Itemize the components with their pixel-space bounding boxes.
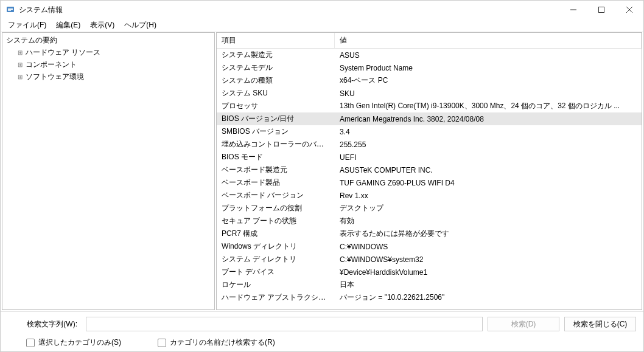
list-row[interactable]: Windows ディレクトリC:¥WINDOWS	[217, 240, 642, 253]
tree-item-components[interactable]: ⊞ コンポーネント	[16, 58, 212, 71]
list-row[interactable]: システムの種類x64-ベース PC	[217, 74, 642, 87]
maximize-button[interactable]	[587, 1, 615, 19]
app-icon	[5, 5, 15, 15]
checkbox-icon	[158, 339, 166, 347]
tree-pane[interactable]: システムの要約 ⊞ ハードウェア リソース ⊞ コンポーネント ⊞ ソフトウェア…	[2, 32, 215, 310]
tree-item-software[interactable]: ⊞ ソフトウェア環境	[16, 71, 212, 83]
list-row[interactable]: セキュア ブートの状態有効	[217, 215, 642, 227]
category-tree: システムの要約 ⊞ ハードウェア リソース ⊞ コンポーネント ⊞ ソフトウェア…	[2, 33, 214, 84]
checkbox-label: カテゴリの名前だけ検索する(R)	[170, 337, 275, 348]
list-cell-item: PCR7 構成	[217, 227, 335, 240]
list-cell-item: ブート デバイス	[217, 266, 335, 278]
list-body: システム製造元ASUSシステムモデルSystem Product Nameシステ…	[217, 49, 642, 304]
search-label: 検索文字列(W):	[8, 319, 81, 330]
menu-file[interactable]: ファイル(F)	[3, 19, 51, 32]
tree-root-label: システムの要約	[5, 35, 58, 46]
list-cell-value: 有効	[335, 215, 642, 227]
column-header-value[interactable]: 値	[335, 33, 642, 48]
list-cell-item: BIOS モード	[217, 151, 335, 164]
list-cell-item: システム製造元	[217, 49, 335, 61]
list-cell-item: ベースボード製造元	[217, 164, 335, 176]
details-pane[interactable]: 項目 値 システム製造元ASUSシステムモデルSystem Product Na…	[216, 32, 642, 310]
list-cell-item: SMBIOS バージョン	[217, 125, 335, 138]
search-panel: 検索文字列(W): 検索(D) 検索を閉じる(C) 選択したカテゴリのみ(S) …	[1, 311, 643, 351]
list-row[interactable]: ベースボード製品TUF GAMING Z690-PLUS WIFI D4	[217, 176, 642, 189]
list-cell-value: 表示するためには昇格が必要です	[335, 227, 642, 240]
list-row[interactable]: ブート デバイス¥Device¥HarddiskVolume1	[217, 266, 642, 278]
list-cell-item: プロセッサ	[217, 100, 335, 112]
column-header-item[interactable]: 項目	[217, 33, 335, 48]
list-row[interactable]: システム ディレクトリC:¥WINDOWS¥system32	[217, 253, 642, 266]
list-row[interactable]: システム製造元ASUS	[217, 49, 642, 61]
search-button[interactable]: 検索(D)	[488, 317, 559, 331]
window-buttons	[559, 1, 643, 19]
list-cell-value: デスクトップ	[335, 202, 642, 215]
list-row[interactable]: SMBIOS バージョン3.4	[217, 125, 642, 138]
list-cell-value: バージョン = "10.0.22621.2506"	[335, 291, 642, 304]
tree-item-label: ハードウェア リソース	[24, 47, 102, 58]
close-button[interactable]	[615, 1, 643, 19]
list-cell-value: 3.4	[335, 126, 642, 137]
list-row[interactable]: ハードウェア アブストラクション レイヤーバージョン = "10.0.22621…	[217, 291, 642, 304]
list-cell-item: ロケール	[217, 278, 335, 291]
list-row[interactable]: システムモデルSystem Product Name	[217, 61, 642, 74]
list-row[interactable]: BIOS モードUEFI	[217, 151, 642, 164]
list-cell-item: 埋め込みコントローラーのバージョン	[217, 138, 335, 151]
list-cell-value: x64-ベース PC	[335, 74, 642, 87]
menu-edit[interactable]: 編集(E)	[51, 19, 85, 32]
expand-icon[interactable]: ⊞	[16, 49, 24, 56]
list-cell-item: ベースボード製品	[217, 176, 335, 189]
list-cell-item: ハードウェア アブストラクション レイヤー	[217, 291, 335, 304]
tree-item-hardware[interactable]: ⊞ ハードウェア リソース	[16, 46, 212, 58]
minimize-button[interactable]	[559, 1, 587, 19]
checkbox-selected-category[interactable]: 選択したカテゴリのみ(S)	[26, 337, 121, 348]
list-cell-value: 255.255	[335, 139, 642, 150]
menu-view[interactable]: 表示(V)	[85, 19, 119, 32]
titlebar: システム情報	[1, 1, 643, 19]
list-cell-item: システム ディレクトリ	[217, 253, 335, 266]
list-cell-item: システムの種類	[217, 74, 335, 87]
window-title: システム情報	[19, 5, 559, 15]
app-window: システム情報 ファイル(F) 編集(E) 表示(V) ヘルプ(H) システムの要…	[0, 0, 644, 352]
menubar: ファイル(F) 編集(E) 表示(V) ヘルプ(H)	[1, 19, 643, 32]
list-cell-item: Windows ディレクトリ	[217, 240, 335, 253]
list-row[interactable]: システム SKUSKU	[217, 87, 642, 100]
tree-root[interactable]: システムの要約	[5, 34, 212, 46]
list-row[interactable]: ベースボード製造元ASUSTeK COMPUTER INC.	[217, 164, 642, 176]
list-cell-value: 日本	[335, 278, 642, 291]
search-input[interactable]	[86, 317, 483, 331]
svg-rect-3	[8, 10, 11, 11]
checkbox-icon	[26, 339, 35, 347]
list-header: 項目 値	[217, 33, 642, 49]
list-row[interactable]: PCR7 構成表示するためには昇格が必要です	[217, 227, 642, 240]
list-row[interactable]: 埋め込みコントローラーのバージョン255.255	[217, 138, 642, 151]
list-cell-value: ASUSTeK COMPUTER INC.	[335, 165, 642, 176]
list-cell-value: C:¥WINDOWS	[335, 241, 642, 252]
list-cell-value: ASUS	[335, 50, 642, 61]
list-row[interactable]: プロセッサ13th Gen Intel(R) Core(TM) i9-13900…	[217, 100, 642, 112]
expand-icon[interactable]: ⊞	[16, 61, 24, 68]
list-cell-value: C:¥WINDOWS¥system32	[335, 254, 642, 265]
checkbox-category-names-only[interactable]: カテゴリの名前だけ検索する(R)	[158, 337, 275, 348]
list-cell-value: SKU	[335, 88, 642, 99]
list-row[interactable]: ベースボード バージョンRev 1.xx	[217, 189, 642, 202]
close-search-button[interactable]: 検索を閉じる(C)	[564, 317, 636, 331]
menu-help[interactable]: ヘルプ(H)	[119, 19, 161, 32]
tree-item-label: コンポーネント	[24, 59, 78, 71]
list-cell-item: BIOS バージョン/日付	[217, 112, 335, 125]
list-row[interactable]: BIOS バージョン/日付American Megatrends Inc. 38…	[217, 112, 642, 125]
list-cell-value: TUF GAMING Z690-PLUS WIFI D4	[335, 178, 642, 188]
list-cell-item: システムモデル	[217, 61, 335, 74]
list-cell-value: ¥Device¥HarddiskVolume1	[335, 267, 642, 278]
list-row[interactable]: ロケール日本	[217, 278, 642, 291]
list-cell-item: ベースボード バージョン	[217, 189, 335, 202]
checkbox-label: 選択したカテゴリのみ(S)	[38, 337, 121, 348]
list-cell-value: Rev 1.xx	[335, 190, 642, 201]
svg-rect-2	[8, 9, 13, 10]
svg-rect-5	[599, 7, 604, 13]
expand-icon[interactable]: ⊞	[16, 74, 24, 80]
list-cell-value: American Megatrends Inc. 3802, 2024/08/0…	[335, 114, 642, 125]
content-area: システムの要約 ⊞ ハードウェア リソース ⊞ コンポーネント ⊞ ソフトウェア…	[1, 32, 643, 311]
list-cell-value: 13th Gen Intel(R) Core(TM) i9-13900K、300…	[335, 100, 642, 112]
list-row[interactable]: プラットフォームの役割デスクトップ	[217, 202, 642, 215]
